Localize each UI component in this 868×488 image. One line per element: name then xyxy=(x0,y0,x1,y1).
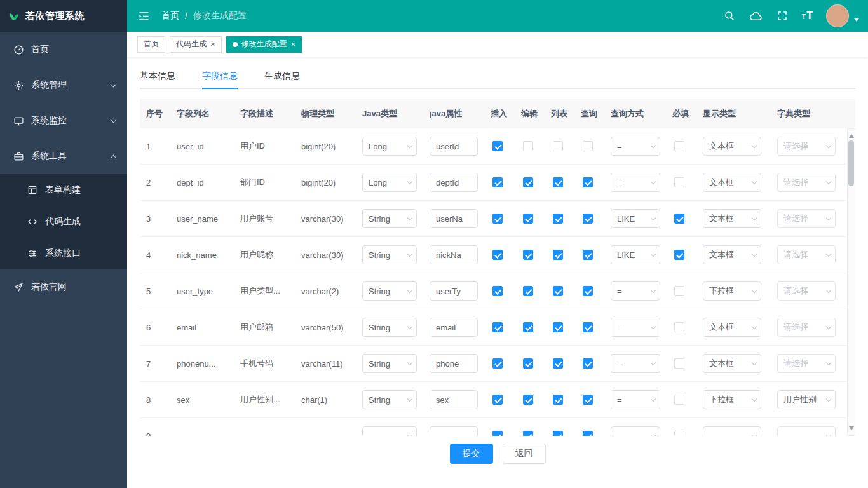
display-type-select[interactable]: 下拉框 xyxy=(703,281,761,301)
java-type-select[interactable]: String xyxy=(362,281,417,301)
query-checkbox[interactable] xyxy=(583,214,593,224)
list-checkbox[interactable] xyxy=(553,322,563,332)
insert-checkbox[interactable] xyxy=(492,214,503,224)
list-checkbox[interactable] xyxy=(553,214,563,224)
user-avatar[interactable] xyxy=(826,4,849,27)
edit-checkbox[interactable] xyxy=(523,358,533,369)
edit-checkbox[interactable] xyxy=(523,395,533,405)
insert-checkbox[interactable] xyxy=(492,177,503,187)
sidebar-item-system-api[interactable]: 系统接口 xyxy=(0,238,127,269)
display-type-select[interactable]: 文本框 xyxy=(703,209,761,228)
fullscreen-icon[interactable] xyxy=(770,10,795,22)
dict-type-select[interactable]: 请选择 xyxy=(777,354,836,373)
sidebar-item-form-builder[interactable]: 表单构建 xyxy=(0,174,127,206)
dict-type-select[interactable]: 请选择 xyxy=(777,209,836,228)
required-checkbox[interactable] xyxy=(674,322,684,332)
query-checkbox[interactable] xyxy=(583,395,593,405)
scroll-up-icon[interactable] xyxy=(849,132,854,138)
app-logo[interactable]: 若依管理系统 xyxy=(0,0,127,32)
sidebar-item-home[interactable]: 首页 xyxy=(0,32,127,67)
dict-type-select[interactable]: 用户性别 xyxy=(777,390,836,409)
submit-button[interactable]: 提交 xyxy=(450,444,493,464)
sidebar-item-system-management[interactable]: 系统管理 xyxy=(0,67,127,103)
back-button[interactable]: 返回 xyxy=(503,444,546,464)
query-mode-select[interactable]: = xyxy=(611,281,660,301)
display-type-select[interactable]: 文本框 xyxy=(703,173,761,192)
query-mode-select[interactable]: LIKE xyxy=(611,209,660,228)
table-scrollbar[interactable] xyxy=(847,128,855,436)
display-type-select[interactable]: 文本框 xyxy=(703,245,761,264)
required-checkbox[interactable] xyxy=(674,395,684,405)
insert-checkbox[interactable] xyxy=(492,141,503,151)
tab-basic-info[interactable]: 基本信息 xyxy=(140,65,175,88)
query-mode-select[interactable] xyxy=(611,426,660,436)
insert-checkbox[interactable] xyxy=(492,395,503,405)
insert-checkbox[interactable] xyxy=(492,358,503,369)
query-checkbox[interactable] xyxy=(583,322,593,332)
edit-checkbox[interactable] xyxy=(523,177,533,187)
java-type-select[interactable]: String xyxy=(362,245,417,264)
java-type-select[interactable]: String xyxy=(362,390,417,409)
java-type-select[interactable]: Long xyxy=(362,137,417,156)
display-type-select[interactable]: 文本框 xyxy=(703,354,761,373)
required-checkbox[interactable] xyxy=(674,250,684,260)
required-checkbox[interactable] xyxy=(674,214,684,224)
dict-type-select[interactable]: 请选择 xyxy=(777,281,836,301)
java-attribute-input[interactable]: userNa xyxy=(430,209,478,228)
list-checkbox[interactable] xyxy=(553,395,563,405)
insert-checkbox[interactable] xyxy=(492,250,503,260)
scrollbar-thumb[interactable] xyxy=(848,140,854,186)
dict-type-select[interactable]: 请选择 xyxy=(777,173,836,192)
edit-checkbox[interactable] xyxy=(523,250,533,260)
dict-type-select[interactable] xyxy=(777,426,836,436)
font-size-icon[interactable]: T T xyxy=(795,10,820,22)
query-mode-select[interactable]: = xyxy=(611,390,660,409)
query-checkbox[interactable] xyxy=(583,431,593,436)
breadcrumb-home[interactable]: 首页 xyxy=(161,10,179,22)
tag-code-generation[interactable]: 代码生成 × xyxy=(170,36,222,53)
java-type-select[interactable]: String xyxy=(362,209,417,228)
dict-type-select[interactable]: 请选择 xyxy=(777,318,836,337)
tag-edit-gen-config[interactable]: 修改生成配置 × xyxy=(226,36,302,53)
required-checkbox[interactable] xyxy=(674,141,684,151)
sidebar-item-code-generation[interactable]: 代码生成 xyxy=(0,206,127,238)
edit-checkbox[interactable] xyxy=(523,214,533,224)
java-attribute-input[interactable]: nickNa xyxy=(430,245,478,264)
java-type-select[interactable]: String xyxy=(362,354,417,373)
edit-checkbox[interactable] xyxy=(523,322,533,332)
java-attribute-input[interactable]: deptId xyxy=(430,173,478,192)
caret-down-icon[interactable] xyxy=(854,18,859,24)
edit-checkbox[interactable] xyxy=(523,431,533,436)
java-type-select[interactable]: String xyxy=(362,318,417,337)
query-checkbox[interactable] xyxy=(583,141,593,151)
sidebar-item-system-monitor[interactable]: 系统监控 xyxy=(0,103,127,139)
required-checkbox[interactable] xyxy=(674,431,684,436)
sidebar-item-system-tools[interactable]: 系统工具 xyxy=(0,139,127,174)
dict-type-select[interactable]: 请选择 xyxy=(777,245,836,264)
query-mode-select[interactable]: = xyxy=(611,173,660,192)
query-mode-select[interactable]: LIKE xyxy=(611,245,660,264)
query-mode-select[interactable]: = xyxy=(611,354,660,373)
java-attribute-input[interactable]: email xyxy=(430,318,478,337)
query-checkbox[interactable] xyxy=(583,358,593,369)
java-attribute-input[interactable]: phone xyxy=(430,354,478,373)
dict-type-select[interactable]: 请选择 xyxy=(777,137,836,156)
insert-checkbox[interactable] xyxy=(492,431,503,436)
query-mode-select[interactable]: = xyxy=(611,137,660,156)
display-type-select[interactable]: 文本框 xyxy=(703,137,761,156)
java-type-select[interactable]: Long xyxy=(362,173,417,192)
close-icon[interactable]: × xyxy=(291,40,296,48)
query-checkbox[interactable] xyxy=(583,286,593,296)
close-icon[interactable]: × xyxy=(210,40,215,48)
java-attribute-input[interactable]: userId xyxy=(430,137,478,156)
insert-checkbox[interactable] xyxy=(492,286,503,296)
tab-generation-info[interactable]: 生成信息 xyxy=(264,65,300,88)
java-attribute-input[interactable] xyxy=(430,426,478,436)
sidebar-item-official-site[interactable]: 若依官网 xyxy=(0,269,127,305)
query-checkbox[interactable] xyxy=(583,250,593,260)
cloud-icon[interactable] xyxy=(742,10,770,23)
list-checkbox[interactable] xyxy=(553,358,563,369)
query-checkbox[interactable] xyxy=(583,177,593,187)
edit-checkbox[interactable] xyxy=(523,286,533,296)
list-checkbox[interactable] xyxy=(553,431,563,436)
